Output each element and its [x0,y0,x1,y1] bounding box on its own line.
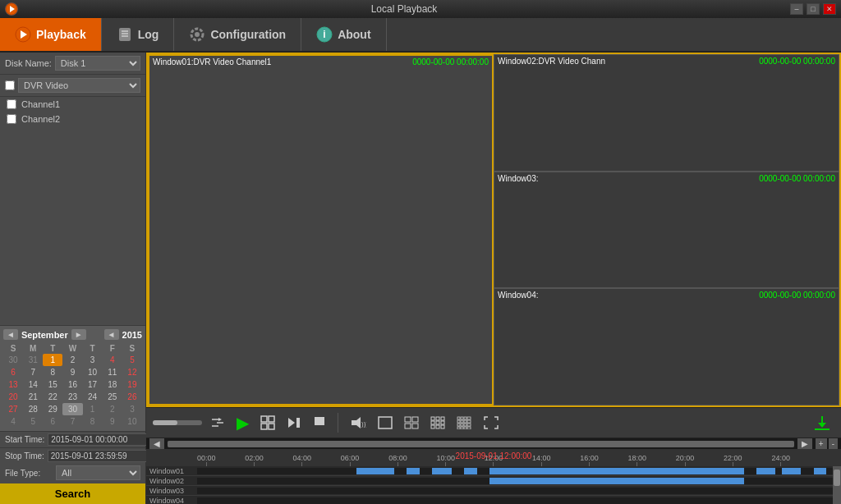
speed-slider[interactable] [153,420,202,425]
start-time-input[interactable] [48,433,159,446]
calendar-day[interactable]: 2 [62,354,82,366]
layout-4-button[interactable] [257,414,278,432]
svg-rect-18 [261,424,267,429]
calendar-day[interactable]: 4 [103,354,122,366]
calendar-day[interactable]: 16 [62,378,82,391]
layout-16-button[interactable] [453,415,475,431]
channel-type-select[interactable]: DVR Video [18,78,140,93]
restore-button[interactable]: □ [807,3,820,15]
prev-month-button[interactable]: ◄ [3,329,18,340]
calendar-day[interactable]: 20 [3,391,23,403]
disk-select[interactable]: Disk 1 [55,56,140,71]
ruler-tick: 06:00 [341,454,360,466]
calendar-day[interactable]: 30 [3,354,23,366]
fullscreen-button[interactable] [480,414,503,432]
calendar-day[interactable]: 18 [103,378,122,391]
search-button[interactable]: Search [0,483,145,504]
timeline-track[interactable] [168,441,794,447]
calendar-day[interactable]: 6 [43,415,62,428]
calendar-day[interactable]: 15 [43,378,62,391]
timeline-channel-bar[interactable] [197,497,833,504]
timeline-scrollbar-v[interactable] [833,466,841,504]
timeline-zoom-in[interactable]: + [816,438,827,449]
video-window-4[interactable]: Window04: 0000-00-00 00:00:00 [494,288,839,405]
minimize-button[interactable]: – [790,3,803,15]
calendar-day[interactable]: 14 [23,378,43,391]
frame-step-button[interactable] [283,415,305,431]
calendar-day[interactable]: 1 [43,354,62,366]
calendar-day[interactable]: 10 [83,366,103,378]
calendar-day[interactable]: 30 [62,403,82,415]
calendar-day[interactable]: 8 [43,366,62,378]
calendar-day[interactable]: 21 [23,391,43,403]
channel-item-2[interactable]: Channel2 [0,112,145,126]
calendar-day[interactable]: 6 [3,366,23,378]
calendar-day[interactable]: 26 [122,391,142,403]
calendar-day[interactable]: 19 [122,378,142,391]
calendar-day[interactable]: 13 [3,378,23,391]
calendar-day[interactable]: 3 [122,403,142,415]
tab-log[interactable]: Log [102,18,175,51]
calendar-day[interactable]: 27 [3,403,23,415]
channel-item-1[interactable]: Channel1 [0,97,145,112]
close-button[interactable]: ✕ [823,3,836,15]
download-button[interactable] [810,413,834,433]
calendar-day[interactable]: 9 [62,366,82,378]
channel2-checkbox[interactable] [7,114,16,124]
calendar-day[interactable]: 22 [43,391,62,403]
calendar-day[interactable]: 7 [23,366,43,378]
channel1-checkbox[interactable] [7,99,16,109]
calendar-day[interactable]: 2 [103,403,122,415]
next-month-button[interactable]: ► [71,329,86,340]
calendar-day[interactable]: 3 [83,354,103,366]
tab-configuration[interactable]: Configuration [174,18,301,51]
calendar-day[interactable]: 5 [23,415,43,428]
calendar-day[interactable]: 24 [83,391,103,403]
sync-button[interactable] [207,415,228,431]
calendar-day[interactable]: 1 [83,403,103,415]
stop-time-label: Stop Time: [5,451,44,460]
calendar-day[interactable]: 10 [122,415,142,428]
calendar-day[interactable]: 11 [103,366,122,378]
calendar-day[interactable]: 28 [23,403,43,415]
calendar-day[interactable]: 12 [122,366,142,378]
ruler-tick: 04:00 [293,454,312,466]
stop-button[interactable] [310,414,329,432]
svg-rect-38 [441,425,444,428]
calendar-day[interactable]: 7 [62,415,82,428]
play-button[interactable]: ▶ [233,411,252,434]
timeline-channel-bar[interactable] [197,468,833,474]
calendar-day[interactable]: 31 [23,354,43,366]
timeline-channel-bar[interactable] [197,478,833,484]
timeline-scroll-right[interactable]: ▶ [797,438,812,449]
calendar-day[interactable]: 8 [83,415,103,428]
layout-9-button[interactable] [427,415,448,431]
video-window-2[interactable]: Window02:DVR Video Chann 0000-00-00 00:0… [494,54,839,172]
calendar-day[interactable]: 25 [103,391,122,403]
channel-type-checkbox[interactable] [5,80,15,90]
stop-time-input[interactable] [48,450,159,462]
calendar-day[interactable]: 9 [103,415,122,428]
speed-slider-thumb [153,420,177,425]
timeline-scroll-left[interactable]: ◀ [149,438,164,449]
calendar-day[interactable]: 23 [62,391,82,403]
timeline-channel-bar[interactable] [197,488,833,494]
tab-about[interactable]: i About [301,18,386,51]
single-window-button[interactable] [375,415,396,431]
timeline-options: + - [816,438,838,449]
svg-rect-17 [269,416,274,422]
audio-button[interactable]: )))) [347,414,370,432]
prev-year-button[interactable]: ◄ [104,329,119,340]
calendar-day[interactable]: 17 [83,378,103,391]
calendar-day[interactable]: 29 [43,403,62,415]
filetype-select[interactable]: All [56,465,140,480]
tab-playback[interactable]: Playback [0,18,102,51]
svg-rect-35 [441,421,444,424]
calendar-day[interactable]: 5 [122,354,142,366]
svg-rect-27 [412,417,418,422]
timeline-zoom-out[interactable]: - [829,438,838,449]
video-window-3[interactable]: Window03: 0000-00-00 00:00:00 [494,172,839,289]
layout-4-v2-button[interactable] [401,415,422,431]
video-window-1[interactable]: Window01:DVR Video Channel1 0000-00-00 0… [148,54,494,405]
calendar-day[interactable]: 4 [3,415,23,428]
